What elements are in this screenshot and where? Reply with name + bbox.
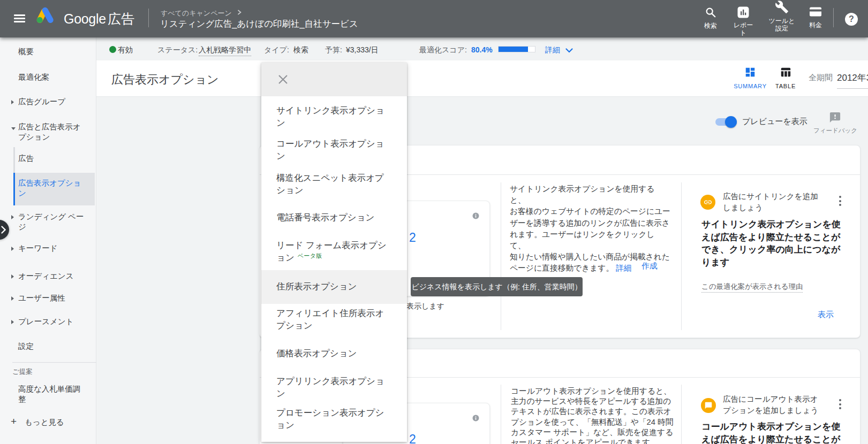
menu-header	[261, 63, 407, 96]
tools-settings-button[interactable]: ツールと設定	[767, 0, 797, 32]
callout-description: コールアウト表示オプションを使用すると、 主力のサービスや特長をアピールする追加…	[511, 386, 683, 444]
ad-preview-caption: 表示します	[406, 302, 444, 311]
wrench-icon	[775, 0, 789, 14]
side-nav: 概要 最適化案 広告グループ 広告と広告表示オ プション 広告 広告表示オプショ…	[0, 37, 96, 444]
sidebar-item-audiences[interactable]: オーディエンス	[18, 271, 74, 281]
menu-item-location[interactable]: 住所表示オプション	[261, 280, 407, 293]
budget-value[interactable]: ¥3,333/日	[346, 45, 379, 55]
menu-icon[interactable]	[14, 14, 25, 22]
close-icon[interactable]	[278, 75, 288, 84]
sidebar-item-advanced-bid[interactable]: 高度な入札単価調 整	[18, 384, 80, 404]
menu-item-promotion[interactable]: プロモーション表示オプシ ョン	[261, 407, 407, 431]
type-label: タイプ:	[264, 45, 289, 55]
search-button[interactable]: 検索	[698, 6, 723, 30]
show-button[interactable]: 表示	[818, 310, 834, 320]
nav-expand-button[interactable]	[0, 220, 9, 240]
menu-item-price[interactable]: 価格表示オプション	[261, 347, 407, 359]
breadcrumb[interactable]: すべてのキャンペーン	[161, 9, 232, 18]
credit-card-icon	[809, 5, 822, 18]
divider	[148, 9, 149, 27]
chat-bubble-icon	[705, 402, 713, 410]
brand-ads-text: 広告	[108, 11, 134, 26]
chevron-right-icon	[11, 215, 14, 219]
status-value[interactable]: 入札戦略学習中	[199, 45, 251, 56]
more-options-icon[interactable]	[839, 399, 841, 411]
chevron-right-icon	[11, 100, 14, 104]
recommendation-headline: 広告にサイトリンクを追加 しましょう	[723, 191, 825, 213]
search-icon	[705, 6, 716, 18]
chevron-right-icon	[11, 296, 14, 301]
sidebar-item-demographics[interactable]: ユーザー属性	[18, 293, 65, 303]
menu-item-app[interactable]: アプリリンク表示オプショ ン	[261, 375, 407, 400]
chevron-right-icon	[11, 274, 14, 279]
menu-item-call[interactable]: 電話番号表示オプション	[261, 211, 407, 224]
menu-item-sitelink[interactable]: サイトリンク表示オプショ ン	[261, 104, 407, 129]
status-label: ステータス:	[157, 45, 198, 55]
period-value[interactable]: 2012年3月	[837, 72, 868, 84]
sidebar-item-landing-pages[interactable]: ランディング ペー ジ	[18, 212, 84, 232]
sidebar-item-keywords[interactable]: キーワード	[18, 243, 58, 254]
feedback-label[interactable]: フィードバック	[812, 127, 858, 135]
billing-button[interactable]: 料金	[803, 5, 828, 29]
details-link[interactable]: 詳細	[545, 45, 560, 55]
dot	[839, 407, 841, 409]
preview-toggle-knob[interactable]	[725, 116, 737, 128]
score-progress-bar	[498, 46, 535, 52]
tools-label-line2: 設定	[775, 25, 788, 32]
period-label: 全期間	[809, 73, 833, 83]
sidebar-item-settings[interactable]: 設定	[18, 341, 34, 351]
report-button[interactable]: レポート	[730, 6, 756, 36]
menu-bar	[14, 18, 25, 19]
brand-title: Google広告	[64, 10, 134, 28]
recommendation-reason-link[interactable]: この最適化案が表示される理由	[701, 282, 803, 293]
sidebar-item-extensions[interactable]: 広告表示オプショ ン	[18, 178, 81, 198]
subnav-guide	[13, 147, 15, 173]
chevron-right-icon	[11, 320, 14, 324]
chevron-down-icon[interactable]	[565, 48, 573, 53]
menu-item-affiliate-location[interactable]: アフィリエイト住所表示オ プション	[261, 307, 407, 332]
chevron-right-icon	[1, 226, 6, 234]
divider	[501, 385, 501, 444]
menu-item-callout[interactable]: コールアウト表示オプショ ン	[261, 137, 407, 162]
dashboard-icon	[744, 66, 756, 78]
chevron-down-icon	[11, 127, 16, 130]
help-button[interactable]: ?	[845, 13, 858, 26]
score-progress-fill	[499, 47, 528, 52]
sidebar-item-ads-extensions[interactable]: 広告と広告表示オ プション	[18, 122, 81, 142]
sidebar-item-placements[interactable]: プレースメント	[18, 317, 74, 327]
ad-preview-number: 2	[409, 231, 416, 245]
report-label: レポート	[730, 22, 756, 36]
table-label: TABLE	[764, 83, 807, 89]
create-button[interactable]: 作成	[628, 261, 658, 271]
sidebar-item-more[interactable]: もっと見る	[25, 417, 64, 427]
app-bar: Google広告 すべてのキャンペーン リスティング広告_あけぼの印刷社_自社サ…	[0, 0, 868, 37]
dot	[839, 204, 841, 206]
sidebar-item-ads[interactable]: 広告	[18, 154, 34, 164]
feedback-icon[interactable]	[829, 111, 841, 124]
info-icon[interactable]	[472, 415, 479, 422]
divider	[681, 182, 682, 330]
description-text: コールアウト表示オプションを使用すると、 主力のサービスや特長をアピールする追加…	[511, 387, 674, 444]
preview-toggle-label: プレビューを表示	[742, 117, 807, 127]
tab-table[interactable]: TABLE	[764, 66, 807, 89]
google-ads-logo-icon	[35, 6, 55, 25]
sitelink-recommendation-icon	[700, 195, 715, 210]
tools-settings-label: ツールと設定	[767, 18, 797, 32]
menu-item-lead-form[interactable]: リード フォーム表示オプシ ョンベータ版	[261, 239, 407, 265]
recommendation-body: コールアウト表示オプションを使 えば広告をより際立たせることが でき、クリック率…	[701, 420, 847, 444]
recommendation-body: サイトリンク表示オプションを使 えば広告をより際立たせることが でき、クリック率…	[701, 218, 847, 269]
sidebar-item-recommendations[interactable]: 最適化案	[18, 72, 49, 82]
menu-item-structured-snippet[interactable]: 構造化スニペット表示オプ ション	[261, 172, 407, 196]
menu-bar	[14, 14, 25, 16]
sidebar-item-ad-groups[interactable]: 広告グループ	[18, 97, 65, 107]
info-icon[interactable]	[472, 212, 479, 219]
sidebar-section-label: ご提案	[12, 368, 33, 377]
status-enabled: 有効	[118, 45, 133, 55]
more-options-icon[interactable]	[839, 196, 841, 208]
sidebar-selected-indicator	[13, 173, 15, 205]
tools-label-line1: ツールと	[769, 17, 795, 25]
table-icon	[780, 66, 791, 78]
billing-label: 料金	[803, 22, 828, 29]
brand-google-text: Google	[64, 11, 106, 26]
sidebar-item-overview[interactable]: 概要	[18, 47, 34, 57]
